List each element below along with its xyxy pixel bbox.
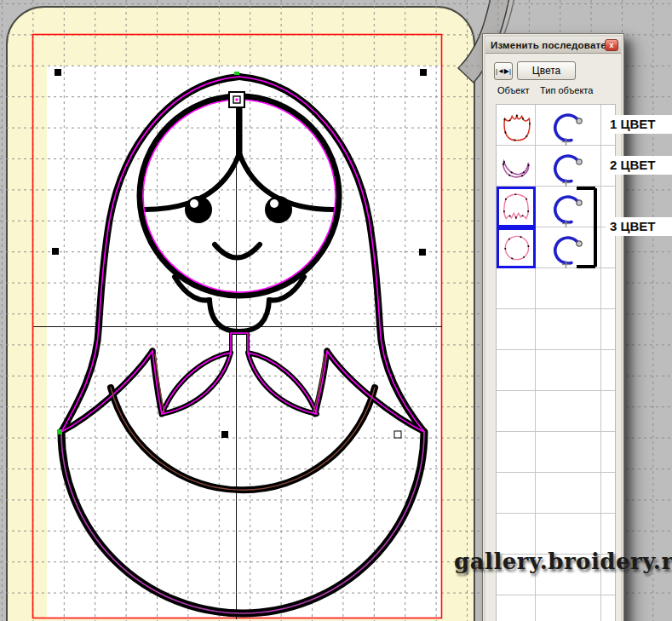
column-headers: Объект Тип объекта [485, 83, 621, 99]
panel-toolbar: |◄▶| Цвета [485, 55, 621, 83]
object-thumbnail-body-tulip[interactable] [497, 187, 536, 227]
column-header-type: Тип объекта [540, 85, 593, 95]
column-header-object: Объект [497, 85, 529, 95]
empty-row[interactable] [497, 309, 615, 350]
object-type-cell[interactable] [536, 105, 601, 146]
empty-row[interactable] [497, 350, 615, 391]
embroidery-editor-workspace: { "panel": { "title": "Изменить последов… [0, 0, 672, 621]
object-type-cell[interactable] [536, 146, 601, 187]
colors-button[interactable]: Цвета [517, 61, 576, 80]
run-stitch-curve-icon [551, 105, 585, 146]
close-icon[interactable]: x [605, 39, 618, 51]
color-group-label-3: 3 ЦВЕТ [606, 217, 672, 236]
watermark: gallery.broidery.ru [454, 549, 672, 574]
object-row-scarf-outline[interactable] [497, 105, 615, 146]
empty-row[interactable] [497, 473, 615, 514]
empty-row[interactable] [497, 432, 615, 473]
panel-frame: Изменить последовате... x |◄▶| Цвета Объ… [484, 35, 623, 621]
color-group-bracket [571, 181, 605, 273]
empty-row[interactable] [497, 268, 615, 309]
reverse-order-button[interactable]: |◄▶| [494, 62, 513, 80]
object-thumbnail-belly-circle[interactable] [497, 227, 536, 268]
run-stitch-curve-icon [551, 146, 585, 187]
panel-titlebar[interactable]: Изменить последовате... x [485, 37, 621, 54]
selection-anchor[interactable] [229, 92, 244, 107]
empty-row[interactable] [497, 595, 615, 621]
object-thumbnail-scarf-outline[interactable] [497, 105, 536, 146]
color-group-label-1: 1 ЦВЕТ [606, 115, 672, 134]
color-group-label-2: 2 ЦВЕТ [606, 156, 672, 175]
sequence-panel-window: Изменить последовате... x |◄▶| Цвета Объ… [482, 33, 624, 621]
panel-title: Изменить последовате... [491, 40, 605, 50]
empty-row[interactable] [497, 391, 615, 432]
object-row-scarf-crescent[interactable] [497, 146, 615, 187]
object-thumbnail-scarf-crescent[interactable] [497, 146, 536, 187]
